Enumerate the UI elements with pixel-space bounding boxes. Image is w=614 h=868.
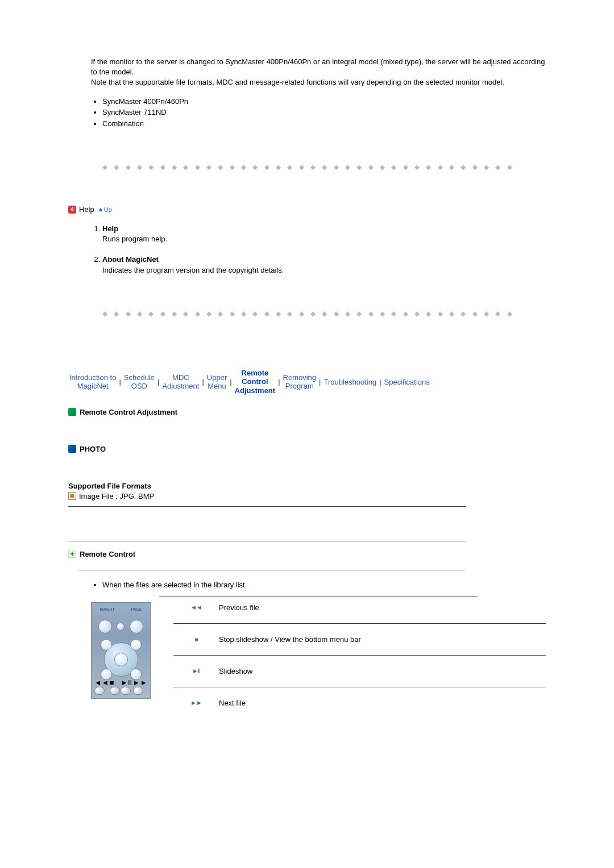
dots-divider: ◆ ◆ ◆ ◆ ◆ ◆ ◆ ◆ ◆ ◆ ◆ ◆ ◆ ◆ ◆ ◆ ◆ ◆ ◆ ◆ … — [102, 163, 512, 171]
library-note-list: When the files are selected in the libra… — [68, 581, 546, 589]
rewind-icon: ◄◄ — [173, 604, 219, 611]
divider — [68, 541, 466, 541]
remote-layout: BRIGHT PAGE ◄◄ ■ ►II ►► — [68, 602, 546, 707]
list-item: Combination — [102, 118, 546, 130]
remote-control-title: Remote Control — [80, 550, 135, 558]
help-items: Help Runs program help. About MagicNet I… — [68, 224, 546, 276]
stop-icon: ■ — [173, 636, 219, 642]
play-pause-icon: ►II — [173, 667, 219, 674]
help-item: Help Runs program help. — [102, 224, 546, 244]
remote-dpad — [104, 642, 138, 677]
remote-bright-label: BRIGHT — [99, 607, 114, 611]
nav-mdc-adjustment[interactable]: MDC Adjustment — [161, 373, 200, 391]
nav-troubleshooting[interactable]: Troubleshooting — [322, 378, 377, 386]
table-row: ►► Next file — [173, 687, 546, 707]
remote-play-button: ►II — [121, 678, 132, 695]
nav-separator: | — [117, 378, 122, 386]
section-icon — [68, 408, 76, 416]
up-triangle-icon — [98, 208, 103, 211]
intro-paragraph: If the monitor to the server is changed … — [68, 57, 546, 88]
divider — [159, 596, 478, 596]
supported-formats-title: Supported File Formats — [68, 482, 546, 490]
nav-separator: | — [377, 378, 383, 386]
help-item-desc: Runs program help. — [102, 235, 167, 243]
help-header: 4 Help Up — [68, 205, 546, 214]
control-label: Next file — [219, 699, 546, 707]
help-item-title: About MagicNet — [102, 254, 546, 265]
help-title: Help — [79, 205, 94, 214]
remote-button — [130, 620, 143, 633]
step-number-icon: 4 — [68, 206, 76, 214]
help-item-title: Help — [102, 224, 546, 234]
table-row: ►II Slideshow — [173, 656, 546, 687]
nav-separator: | — [156, 378, 161, 386]
help-item: About MagicNet Indicates the program ver… — [102, 254, 546, 275]
control-label: Previous file — [219, 603, 546, 612]
remote-page-label: PAGE — [131, 607, 142, 611]
control-label: Slideshow — [219, 667, 546, 675]
list-item: SyncMaster 400Pn/460Pn — [102, 96, 546, 107]
nav-removing-program[interactable]: Removing Program — [282, 373, 318, 391]
list-item: SyncMaster 711ND — [102, 107, 546, 118]
nav-separator: | — [200, 378, 205, 386]
forward-icon: ►► — [173, 699, 219, 706]
divider — [68, 506, 466, 507]
remote-next-button: ►► — [133, 678, 148, 695]
intro-paragraph-text: If the monitor to the server is changed … — [91, 57, 545, 86]
nav-remote-control-adjustment[interactable]: Remote Control Adjustment — [234, 369, 277, 395]
plus-icon — [68, 550, 76, 558]
divider — [78, 570, 465, 570]
remote-control-illustration: BRIGHT PAGE ◄◄ ■ ►II ►► — [91, 602, 151, 699]
nav-upper-menu[interactable]: Upper Menu — [206, 373, 228, 391]
nav-separator: | — [228, 378, 233, 386]
dots-divider: ◆ ◆ ◆ ◆ ◆ ◆ ◆ ◆ ◆ ◆ ◆ ◆ ◆ ◆ ◆ ◆ ◆ ◆ ◆ ◆ … — [102, 310, 512, 318]
help-item-desc: Indicates the program version and the co… — [102, 266, 284, 274]
supported-formats-line: Image File : JPG, BMP — [79, 492, 154, 500]
remote-stop-button: ■ — [110, 678, 120, 695]
nav-schedule-osd[interactable]: Schedule OSD — [123, 373, 156, 391]
remote-prev-button: ◄◄ — [94, 678, 109, 695]
photo-title: PHOTO — [80, 445, 106, 453]
control-label: Stop slideshow / View the bottom menu ba… — [219, 635, 546, 644]
up-link[interactable]: Up — [98, 206, 112, 213]
nav-separator: | — [276, 378, 281, 386]
nav-separator: | — [317, 378, 322, 386]
remote-control-adjustment-title: Remote Control Adjustment — [80, 408, 177, 416]
table-row: ■ Stop slideshow / View the bottom menu … — [173, 624, 546, 656]
file-icon — [68, 492, 76, 500]
remote-button — [98, 620, 112, 633]
nav-specifications[interactable]: Specifications — [383, 378, 431, 386]
model-list: SyncMaster 400Pn/460Pn SyncMaster 711ND … — [68, 96, 546, 130]
breadcrumb-nav: Introduction to MagicNet | Schedule OSD … — [68, 369, 546, 395]
library-note: When the files are selected in the libra… — [102, 581, 546, 589]
controls-table: ◄◄ Previous file ■ Stop slideshow / View… — [173, 602, 546, 707]
remote-button — [117, 623, 125, 631]
photo-icon — [68, 445, 76, 453]
table-row: ◄◄ Previous file — [173, 602, 546, 624]
nav-intro-magicnet[interactable]: Introduction to MagicNet — [68, 373, 117, 391]
up-label: Up — [104, 206, 112, 213]
